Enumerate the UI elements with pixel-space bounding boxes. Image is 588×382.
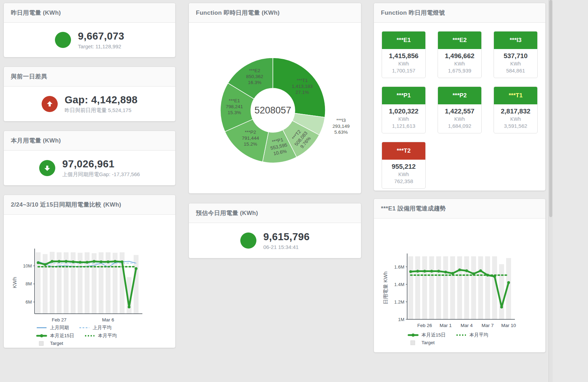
compare-chart-body: 6M8M10MFeb 27Mar 6KWh上月同期上月平均本月近15日本月平均T… — [4, 215, 175, 348]
light-tile: ***E11,415,856KWh1,700,157 — [382, 31, 426, 78]
status-circle-icon — [240, 232, 256, 249]
light-tile: ***P21,422,557KWh1,684,092 — [438, 86, 482, 133]
series-point — [486, 274, 489, 277]
stat-text: 97,026,961 上個月同期用電Gap: -17,377,566 — [62, 158, 140, 178]
legend-item-Target[interactable]: Target — [408, 340, 435, 345]
stat-value: 9,615,796 — [263, 231, 310, 243]
y-tick-label: 1.2M — [394, 299, 404, 305]
panel-title-text: 預估今日用電量 (KWh) — [196, 209, 258, 217]
series-point — [107, 261, 109, 263]
light-tile-header: ***P1 — [382, 87, 425, 104]
series-point — [444, 271, 447, 273]
x-tick-label: Mar 6 — [102, 317, 114, 322]
legend-item-本月近15日[interactable]: 本月近15日 — [408, 332, 446, 338]
panel-title-day-gap[interactable]: 與前一日差異 — [4, 67, 175, 86]
x-tick-label: Mar 7 — [482, 323, 494, 328]
e1_trend-legend: 本月近15日本月平均Target — [408, 332, 545, 345]
target-bar — [408, 256, 413, 319]
panel-realtime-donut: Function 即時日用電量 (KWh) ***T11,413,18327.1… — [189, 3, 361, 194]
series-point — [93, 260, 95, 263]
light-tile-header: ***E2 — [438, 32, 481, 49]
target-bar — [422, 256, 427, 319]
panel-title-lights[interactable]: Function 昨日用電燈號 — [374, 3, 545, 23]
legend-item-本月平均[interactable]: 本月平均 — [455, 332, 488, 338]
light-tile-target: 1,684,092 — [439, 123, 480, 129]
compare-chart: 6M8M10MFeb 27Mar 6KWh上月同期上月平均本月近15日本月平均T… — [4, 215, 175, 346]
scrollbar-thumb[interactable] — [549, 0, 552, 217]
series-point — [121, 261, 123, 263]
panel-title-compare[interactable]: 2/24~3/10 近15日同期用電量比較 (KWh) — [4, 195, 175, 215]
legend-item-本月近15日[interactable]: 本月近15日 — [36, 333, 74, 339]
series-point — [51, 260, 54, 263]
stat-subtitle: Target: 11,128,992 — [78, 43, 125, 49]
left-column: 昨日用電量 (KWh) 9,667,073 Target: 11,128,992… — [3, 3, 176, 348]
light-tile: ***I3537,710KWh584,861 — [494, 31, 538, 78]
light-tile-header: ***T1 — [494, 87, 537, 104]
stat-subtitle: 上個月同期用電Gap: -17,377,566 — [62, 171, 140, 178]
y-tick-label: 6M — [26, 299, 32, 305]
series-point — [451, 272, 454, 275]
legend-swatch-dots — [84, 333, 95, 338]
stat-text: 9,615,796 06-21 15:34:41 — [263, 231, 310, 250]
panel-yesterday-usage: 昨日用電量 (KWh) 9,667,073 Target: 11,128,992 — [3, 3, 176, 57]
x-tick-label: Mar 4 — [461, 323, 473, 328]
series-point — [44, 263, 47, 266]
panel-title-donut[interactable]: Function 即時日用電量 (KWh) — [189, 3, 361, 23]
panel-title-text: 本月用電量 (KWh) — [11, 137, 61, 145]
legend-swatch-dash — [79, 325, 90, 330]
series-point — [430, 270, 433, 273]
page-scrollbar[interactable] — [548, 0, 553, 382]
light-tile-body: 537,710KWh584,861 — [494, 49, 537, 78]
lights-body: ***E11,415,856KWh1,700,157***E21,496,662… — [374, 23, 545, 197]
series-point — [135, 267, 137, 270]
series-point — [493, 275, 496, 278]
donut-segment-label: ***I3293,1495.63% — [333, 118, 350, 135]
light-tile-target: 1,675,939 — [439, 68, 480, 74]
panel-title-estimate[interactable]: 預估今日用電量 (KWh) — [189, 203, 361, 223]
series-point — [114, 260, 116, 263]
target-bar — [134, 255, 139, 314]
panel-title-yesterday[interactable]: 昨日用電量 (KWh) — [4, 3, 175, 23]
legend-item-上月平均[interactable]: 上月平均 — [79, 325, 112, 331]
series-point — [37, 261, 40, 264]
target-bar — [415, 256, 420, 319]
target-bar — [436, 256, 441, 319]
series-point — [100, 261, 102, 263]
e1-trend-body: 1M1.2M1.4M1.6MFeb 26Mar 1Mar 4Mar 7Mar 1… — [374, 218, 545, 352]
legend-item-本月平均[interactable]: 本月平均 — [84, 333, 117, 339]
series-point — [72, 261, 75, 263]
legend-row: 本月近15日本月平均 — [408, 332, 545, 338]
series-point — [500, 306, 503, 308]
legend-swatch-line — [36, 325, 47, 330]
y-tick-label: 1.6M — [394, 264, 404, 270]
legend-item-Target[interactable]: Target — [36, 341, 63, 346]
e1_trend-svg: 1M1.2M1.4M1.6MFeb 26Mar 1Mar 4Mar 7Mar 1… — [374, 218, 545, 331]
panel-compare-chart: 2/24~3/10 近15日同期用電量比較 (KWh) 6M8M10MFeb 2… — [3, 195, 176, 348]
light-tile: ***T12,817,832KWh3,591,562 — [494, 86, 538, 133]
lights-grid: ***E11,415,856KWh1,700,157***E21,496,662… — [374, 23, 545, 197]
light-tile-value: 2,817,832 — [495, 107, 536, 115]
compare_15d-svg: 6M8M10MFeb 27Mar 6KWh — [4, 215, 175, 324]
stat-value: 9,667,073 — [78, 30, 125, 42]
panel-title-e1-trend[interactable]: ***E1 設備用電達成趨勢 — [374, 199, 545, 218]
panel-title-text: Function 昨日用電燈號 — [381, 9, 445, 17]
series-point — [86, 261, 88, 264]
series-point — [465, 269, 468, 272]
legend-label: 上月同期 — [50, 325, 69, 331]
panel-title-month[interactable]: 本月用電量 (KWh) — [4, 131, 175, 151]
stat-value: Gap: 4,142,898 — [65, 94, 138, 106]
light-tile-header: ***I3 — [494, 32, 537, 49]
stat-body: 9,667,073 Target: 11,128,992 — [4, 23, 175, 57]
legend-item-上月同期[interactable]: 上月同期 — [36, 325, 69, 331]
x-tick-label: Feb 27 — [52, 317, 66, 322]
panel-title-text: 與前一日差異 — [11, 72, 47, 81]
light-tile-value: 1,020,322 — [383, 107, 424, 115]
series-point — [507, 281, 510, 284]
y-axis-label: 日用電量 KWh — [383, 271, 388, 304]
x-tick-label: Mar 10 — [501, 323, 516, 328]
legend-row: Target — [408, 340, 545, 345]
light-tile-body: 1,415,856KWh1,700,157 — [382, 49, 425, 78]
light-tile-header: ***T2 — [382, 142, 425, 160]
light-tile-unit: KWh — [495, 116, 536, 122]
target-bar — [485, 256, 490, 319]
